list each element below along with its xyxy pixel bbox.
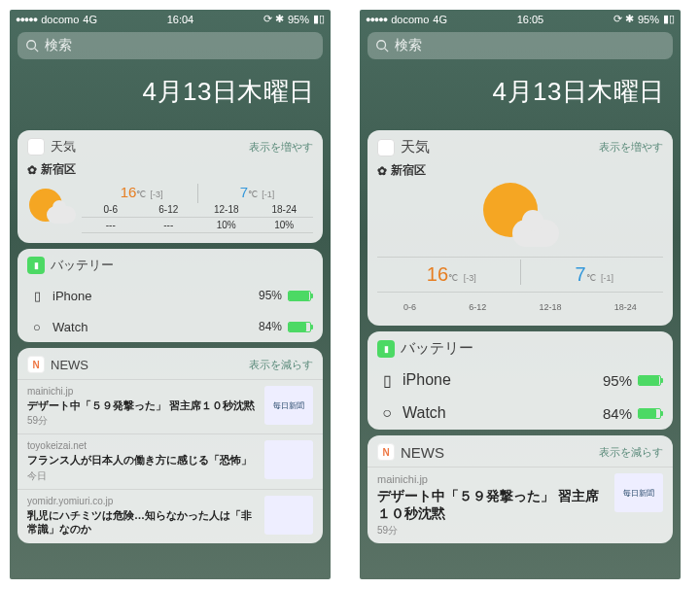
weather-condition-icon: [27, 189, 76, 227]
svg-point-2: [377, 41, 386, 50]
news-item[interactable]: yomidr.yomiuri.co.jp 乳児にハチミツは危険…知らなかった人は…: [18, 489, 323, 544]
weather-condition-icon: [481, 183, 559, 251]
search-placeholder: 検索: [395, 37, 422, 54]
weather-widget[interactable]: ☀ 天気 表示を増やす ✿ 新宿区 16℃ [-3] 7℃ [-1] 0-6 6…: [18, 130, 323, 243]
iphone-icon: ▯: [29, 288, 45, 303]
date-label: 4月13日木曜日: [360, 63, 681, 124]
svg-point-0: [27, 41, 36, 50]
network-label: 4G: [83, 14, 97, 25]
expand-button[interactable]: 表示を増やす: [599, 140, 663, 155]
battery-title: バッテリー: [51, 257, 114, 274]
battery-widget[interactable]: ▮ バッテリー ▯iPhone 95% ○Watch 84%: [368, 331, 673, 430]
battery-row-watch: ○Watch 84%: [368, 397, 673, 430]
time-slots: 0-6 6-12 12-18 18-24: [82, 202, 313, 218]
weather-app-icon: ☀: [377, 139, 395, 156]
location-icon: ✿: [377, 164, 387, 178]
signal-dots: ●●●●●: [366, 15, 387, 24]
precip-row: --- --- 10% 10%: [82, 218, 313, 233]
svg-line-3: [385, 49, 389, 52]
battery-pct: 95%: [638, 14, 659, 25]
news-thumb: 毎日新聞: [614, 473, 663, 512]
news-title: NEWS: [401, 444, 444, 461]
news-app-icon: N: [27, 356, 45, 373]
battery-app-icon: ▮: [27, 257, 45, 274]
search-icon: [25, 39, 39, 52]
search-icon: [375, 39, 389, 52]
date-label: 4月13日木曜日: [10, 63, 331, 124]
news-thumb: [264, 440, 313, 479]
battery-row-watch: ○Watch 84%: [18, 311, 323, 342]
battery-row-iphone: ▯iPhone 95%: [18, 280, 323, 311]
collapse-button[interactable]: 表示を減らす: [249, 358, 313, 372]
status-bar: ●●●●● docomo 4G 16:04 ⟳ ✱ 95% ▮▯: [10, 10, 331, 28]
news-title: NEWS: [51, 358, 88, 372]
high-temp: 16℃ [-3]: [121, 184, 163, 200]
low-temp: 7℃ [-1]: [575, 263, 613, 286]
search-input[interactable]: 検索: [368, 32, 673, 59]
battery-icon: ▮▯: [313, 13, 325, 25]
status-bar: ●●●●● docomo 4G 16:05 ⟳ ✱ 95% ▮▯: [360, 10, 681, 28]
expand-button[interactable]: 表示を増やす: [249, 140, 313, 155]
network-label: 4G: [433, 14, 447, 25]
high-temp: 16℃ [-3]: [427, 263, 476, 286]
bluetooth-icon: ⟳ ✱: [613, 13, 634, 25]
carrier-label: docomo: [391, 14, 429, 25]
watch-icon: ○: [29, 319, 45, 334]
search-placeholder: 検索: [45, 37, 72, 54]
search-input[interactable]: 検索: [18, 32, 323, 59]
weather-title: 天気: [401, 138, 430, 156]
battery-widget[interactable]: ▮ バッテリー ▯iPhone 95% ○Watch 84%: [18, 249, 323, 342]
location-icon: ✿: [27, 163, 37, 177]
time-slots: 0-6 6-12 12-18 18-24: [377, 298, 663, 316]
news-item[interactable]: toyokeizai.net フランス人が日本人の働き方に感じる「恐怖」 今日: [18, 433, 323, 488]
low-temp: 7℃ [-1]: [240, 184, 275, 200]
phone-right: ●●●●● docomo 4G 16:05 ⟳ ✱ 95% ▮▯ 検索 4月13…: [360, 10, 681, 579]
news-widget[interactable]: N NEWS 表示を減らす mainichi.jp デザート中「５９発撃った」 …: [18, 348, 323, 543]
news-app-icon: N: [377, 443, 395, 461]
clock: 16:05: [517, 14, 544, 25]
weather-widget[interactable]: ☀ 天気 表示を増やす ✿ 新宿区 16℃ [-3] 7℃ [-1] 0-6 6…: [368, 130, 673, 326]
watch-icon: ○: [379, 405, 395, 421]
clock: 16:04: [167, 14, 194, 25]
news-item[interactable]: mainichi.jp デザート中「５９発撃った」 習主席１０秒沈黙 59分 毎…: [368, 467, 673, 543]
news-thumb: 毎日新聞: [264, 386, 313, 425]
news-widget[interactable]: N NEWS 表示を減らす mainichi.jp デザート中「５９発撃った」 …: [368, 435, 673, 543]
location-row: ✿ 新宿区: [18, 161, 323, 182]
battery-icon: ▮▯: [663, 13, 675, 25]
battery-app-icon: ▮: [377, 340, 395, 358]
location-name: 新宿区: [391, 162, 426, 179]
location-name: 新宿区: [41, 161, 76, 178]
weather-title: 天気: [51, 138, 76, 156]
battery-row-iphone: ▯iPhone 95%: [368, 364, 673, 397]
signal-dots: ●●●●●: [16, 15, 37, 24]
news-item[interactable]: mainichi.jp デザート中「５９発撃った」 習主席１０秒沈黙 59分 毎…: [18, 379, 323, 433]
news-thumb: [264, 496, 313, 535]
battery-title: バッテリー: [401, 339, 473, 358]
svg-line-1: [35, 49, 39, 52]
bluetooth-icon: ⟳ ✱: [263, 13, 284, 25]
carrier-label: docomo: [41, 14, 79, 25]
weather-app-icon: ☀: [27, 138, 45, 156]
phone-left: ●●●●● docomo 4G 16:04 ⟳ ✱ 95% ▮▯ 検索 4月13…: [10, 10, 331, 579]
battery-pct: 95%: [288, 14, 309, 25]
iphone-icon: ▯: [379, 372, 395, 388]
location-row: ✿ 新宿区: [368, 162, 673, 183]
collapse-button[interactable]: 表示を減らす: [599, 445, 663, 460]
